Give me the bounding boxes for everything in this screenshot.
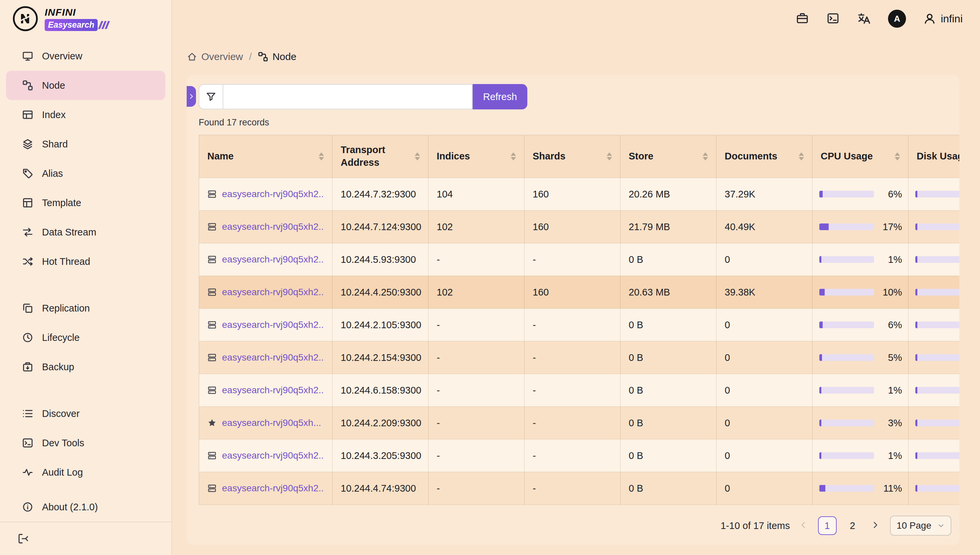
table-row[interactable]: easysearch-rvj90q5xh2...10.244.7.124:930… (199, 210, 959, 243)
table-row[interactable]: easysearch-rvj90q5xh...10.244.2.209:9300… (199, 407, 959, 439)
sort-icon (895, 152, 900, 160)
cpu-usage-bar (819, 256, 874, 263)
breadcrumb-overview[interactable]: Overview (187, 51, 243, 63)
sidebar-item-datastream[interactable]: Data Stream (6, 217, 165, 247)
disk-usage-bar (915, 485, 959, 492)
sidebar-item-devtools[interactable]: Dev Tools (6, 428, 165, 457)
main-column: A infini Overview / Node (172, 0, 980, 555)
table-row[interactable]: easysearch-rvj90q5xh2...10.244.5.93:9300… (199, 243, 959, 276)
cell-cpu-usage: 6% (812, 178, 908, 210)
language-icon[interactable] (857, 12, 871, 25)
cpu-percent: 10% (879, 287, 902, 298)
table-row[interactable]: easysearch-rvj90q5xh2...10.244.4.74:9300… (199, 472, 959, 505)
prev-page-button[interactable] (799, 520, 809, 531)
search-input[interactable] (223, 84, 473, 109)
cell-cpu-usage: 6% (812, 308, 908, 341)
cell-disk-usage (908, 439, 959, 472)
node-link[interactable]: easysearch-rvj90q5xh... (222, 418, 321, 428)
cell-indices: - (428, 308, 524, 341)
avatar[interactable]: A (888, 10, 906, 28)
sidebar-footer (0, 521, 171, 555)
pagination: 1-10 of 17 items 12 10 Page (187, 516, 951, 536)
user-menu[interactable]: infini (923, 12, 962, 25)
workbench-icon[interactable] (796, 12, 809, 25)
cpu-usage-bar (819, 191, 874, 197)
brand-line2-wrap: Easysearch (45, 19, 108, 31)
sidebar-item-shard[interactable]: Shard (6, 130, 165, 159)
server-icon (207, 451, 217, 460)
column-header-documents[interactable]: Documents (716, 135, 812, 178)
replication-icon (22, 303, 34, 314)
table-row[interactable]: easysearch-rvj90q5xh2...10.244.2.105:930… (199, 308, 959, 341)
column-label: Documents (725, 150, 777, 163)
table-row[interactable]: easysearch-rvj90q5xh2...10.244.6.158:930… (199, 374, 959, 407)
column-header-transport[interactable]: Transport Address (333, 135, 428, 178)
disk-usage-bar-fill (915, 387, 917, 393)
cell-indices: - (428, 439, 524, 472)
devtools-icon (22, 437, 34, 449)
page-size-value: 10 Page (897, 520, 931, 531)
sidebar-item-hotthread[interactable]: Hot Thread (6, 247, 165, 276)
node-link[interactable]: easysearch-rvj90q5xh2... (222, 319, 324, 330)
collapse-sidebar-button[interactable] (18, 533, 29, 545)
table-row[interactable]: easysearch-rvj90q5xh2...10.244.2.154:930… (199, 341, 959, 374)
cpu-percent: 1% (879, 254, 902, 265)
node-link[interactable]: easysearch-rvj90q5xh2... (222, 287, 324, 297)
sidebar-item-label: Audit Log (42, 467, 83, 478)
column-header-indices[interactable]: Indices (428, 135, 524, 178)
sidebar-item-replication[interactable]: Replication (6, 294, 165, 323)
datastream-icon (22, 226, 34, 238)
records-count: Found 17 records (199, 117, 959, 130)
column-header-cpu[interactable]: CPU Usage (812, 135, 908, 178)
sidebar-item-index[interactable]: Index (6, 100, 165, 130)
breadcrumb-overview-label: Overview (201, 51, 243, 63)
table-scroll-container[interactable]: NameTransport AddressIndicesShardsStoreD… (199, 135, 959, 505)
sidebar-item-about[interactable]: About (2.1.0) (6, 492, 165, 521)
refresh-button[interactable]: Refresh (473, 84, 528, 109)
sidebar-item-overview[interactable]: Overview (6, 41, 165, 71)
sort-icon (511, 152, 516, 160)
table-row[interactable]: easysearch-rvj90q5xh2...10.244.4.250:930… (199, 276, 959, 308)
node-link[interactable]: easysearch-rvj90q5xh2... (222, 483, 324, 494)
cell-store: 20.63 MB (620, 276, 716, 308)
node-link[interactable]: easysearch-rvj90q5xh2... (222, 221, 324, 232)
column-header-name[interactable]: Name (199, 135, 333, 178)
node-link[interactable]: easysearch-rvj90q5xh2... (222, 450, 324, 461)
server-icon (207, 287, 217, 297)
expand-filter-panel-handle[interactable] (187, 86, 196, 107)
cpu-percent: 1% (879, 385, 902, 396)
sidebar-item-discover[interactable]: Discover (6, 399, 165, 428)
sidebar-item-template[interactable]: Template (6, 188, 165, 217)
node-link[interactable]: easysearch-rvj90q5xh2... (222, 352, 324, 363)
table-row[interactable]: easysearch-rvj90q5xh2...10.244.7.32:9300… (199, 178, 959, 210)
node-link[interactable]: easysearch-rvj90q5xh2... (222, 189, 324, 199)
dev-console-icon[interactable] (827, 12, 840, 25)
cell-shards: 160 (524, 178, 620, 210)
sidebar-item-backup[interactable]: Backup (6, 352, 165, 382)
column-header-store[interactable]: Store (620, 135, 716, 178)
cell-transport-address: 10.244.7.32:9300 (333, 178, 428, 210)
sidebar-group: DiscoverDev ToolsAudit Log (0, 399, 171, 487)
node-link[interactable]: easysearch-rvj90q5xh2... (222, 385, 324, 396)
sidebar-item-alias[interactable]: Alias (6, 159, 165, 188)
sidebar-item-auditlog[interactable]: Audit Log (6, 457, 165, 487)
pagination-summary: 1-10 of 17 items (721, 520, 790, 531)
sidebar-item-node[interactable]: Node (6, 71, 165, 100)
disk-usage-bar (915, 256, 959, 263)
page-button-2[interactable]: 2 (843, 516, 862, 535)
column-header-shards[interactable]: Shards (524, 135, 620, 178)
node-link[interactable]: easysearch-rvj90q5xh2... (222, 254, 324, 265)
cpu-usage-bar-fill (819, 289, 825, 295)
cell-indices: - (428, 407, 524, 439)
disk-usage-bar-fill (915, 223, 917, 230)
disk-usage-bar-fill (915, 289, 917, 295)
disk-usage-bar-fill (915, 354, 917, 361)
filter-button[interactable] (199, 84, 223, 109)
column-header-disk[interactable]: Disk Usage (908, 135, 959, 178)
table-row[interactable]: easysearch-rvj90q5xh2...10.244.3.205:930… (199, 439, 959, 472)
page-button-1[interactable]: 1 (818, 516, 837, 535)
page-size-select[interactable]: 10 Page (890, 516, 951, 536)
sidebar-item-lifecycle[interactable]: Lifecycle (6, 323, 165, 352)
cell-cpu-usage: 17% (812, 210, 908, 243)
next-page-button[interactable] (871, 520, 881, 531)
